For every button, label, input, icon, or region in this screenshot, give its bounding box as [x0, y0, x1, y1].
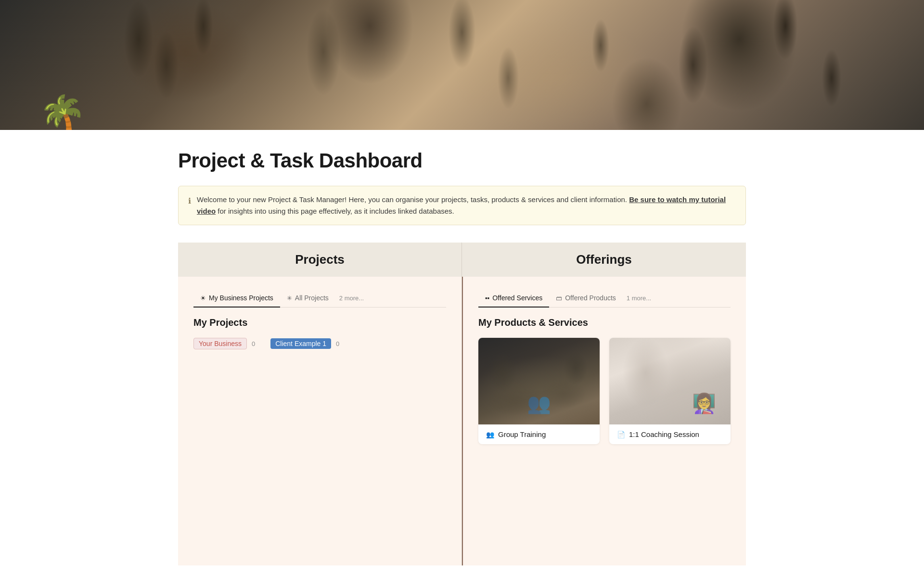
- products-icon: 🗃: [556, 295, 562, 302]
- project-tag-client-example[interactable]: Client Example 1: [270, 338, 331, 349]
- project-count-your-business: 0: [252, 340, 255, 347]
- coaching-label: 1:1 Coaching Session: [629, 430, 699, 438]
- offerings-tabs: ▪▪ Offered Services 🗃 Offered Products 1…: [478, 290, 731, 308]
- hero-banner: 🌴: [0, 0, 924, 130]
- coaching-body: 📄 1:1 Coaching Session: [609, 424, 731, 444]
- palm-icon: 🌴: [38, 96, 87, 130]
- coaching-photo: [609, 338, 731, 424]
- info-text: Welcome to your new Project & Task Manag…: [197, 194, 736, 217]
- group-training-body: 👥 Group Training: [478, 424, 600, 444]
- page-title: Project & Task Dashboard: [178, 149, 746, 172]
- tab-offered-services[interactable]: ▪▪ Offered Services: [478, 290, 549, 308]
- group-training-icon: 👥: [486, 431, 494, 438]
- sun-icon: ☀: [200, 295, 206, 302]
- snowflake-icon: ✳: [287, 295, 292, 302]
- service-card-group-training[interactable]: 👥 Group Training: [478, 338, 600, 444]
- projects-section-header: Projects: [178, 243, 462, 277]
- group-training-label: Group Training: [498, 430, 546, 438]
- projects-panel: ☀ My Business Projects ✳ All Projects 2 …: [178, 277, 462, 565]
- services-grid: 👥 Group Training 📄 1:1 Coaching Session: [478, 338, 731, 444]
- info-icon: ℹ: [188, 195, 191, 207]
- section-headers: Projects Offerings: [178, 243, 746, 277]
- offerings-panel: ▪▪ Offered Services 🗃 Offered Products 1…: [462, 277, 746, 565]
- main-content: Project & Task Dashboard ℹ Welcome to yo…: [149, 130, 775, 577]
- projects-tabs: ☀ My Business Projects ✳ All Projects 2 …: [193, 290, 446, 308]
- info-banner: ℹ Welcome to your new Project & Task Man…: [178, 186, 746, 225]
- tab-my-business-projects[interactable]: ☀ My Business Projects: [193, 290, 280, 308]
- group-training-photo: [478, 338, 600, 424]
- coaching-icon: 📄: [617, 431, 625, 438]
- coaching-image: [609, 338, 731, 424]
- project-item-your-business[interactable]: Your Business 0: [193, 338, 255, 349]
- tab-more-projects[interactable]: 2 more...: [335, 291, 368, 307]
- services-icon: ▪▪: [485, 295, 489, 302]
- project-tag-your-business[interactable]: Your Business: [193, 338, 247, 349]
- project-item-client-example[interactable]: Client Example 1 0: [270, 338, 339, 349]
- offerings-section-header: Offerings: [462, 243, 746, 277]
- project-count-client-example: 0: [336, 340, 339, 347]
- tab-offered-products[interactable]: 🗃 Offered Products: [549, 290, 623, 308]
- tab-more-offerings[interactable]: 1 more...: [623, 291, 655, 307]
- content-panels: ☀ My Business Projects ✳ All Projects 2 …: [178, 277, 746, 565]
- service-card-coaching[interactable]: 📄 1:1 Coaching Session: [609, 338, 731, 444]
- project-list: Your Business 0 Client Example 1 0: [193, 338, 446, 349]
- tab-all-projects[interactable]: ✳ All Projects: [280, 290, 335, 308]
- offerings-heading: My Products & Services: [478, 317, 731, 328]
- projects-heading: My Projects: [193, 317, 446, 328]
- group-training-image: [478, 338, 600, 424]
